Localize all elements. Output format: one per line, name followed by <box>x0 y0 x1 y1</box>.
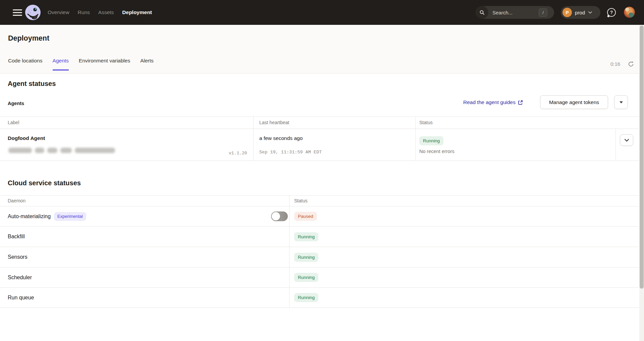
agent-id-redacted <box>8 148 115 153</box>
search-placeholder: Search... <box>492 10 539 15</box>
daemon-name: Auto-materializing <box>8 213 51 220</box>
daemon-name: Scheduler <box>8 275 32 281</box>
agent-row-expand-button[interactable] <box>620 134 633 146</box>
refresh-icon[interactable] <box>628 61 634 67</box>
col-header-daemon: Daemon <box>8 198 25 203</box>
search-input[interactable]: Search... / <box>476 6 554 19</box>
status-badge: Running <box>294 253 318 262</box>
chevron-down-icon <box>588 11 592 14</box>
column-divider <box>615 129 616 160</box>
user-avatar[interactable] <box>624 7 635 18</box>
daemon-row-run-queue: Run queue Running <box>0 288 639 308</box>
agents-subheading: Agents <box>8 101 24 106</box>
refresh-countdown: 0:16 <box>610 61 620 67</box>
daemon-name: Backfill <box>8 234 25 240</box>
daemon-name: Sensors <box>8 254 28 260</box>
toggle-knob <box>272 212 280 221</box>
org-name: prod <box>575 10 585 15</box>
tab-environment-variables[interactable]: Environment variables <box>79 58 130 70</box>
agents-row-border <box>0 160 639 161</box>
tab-agents[interactable]: Agents <box>53 58 69 70</box>
search-icon <box>476 6 488 19</box>
primary-nav: Overview Runs Assets Deployment <box>48 0 152 25</box>
status-badge: Paused <box>294 212 317 221</box>
menu-bar <box>13 9 22 10</box>
nav-item-assets[interactable]: Assets <box>98 9 114 15</box>
agent-status-detail: No recent errors <box>419 149 454 154</box>
deployment-tabs: Code locations Agents Environment variab… <box>8 58 154 70</box>
col-header-status: Status <box>419 120 433 125</box>
status-badge: Running <box>294 293 318 302</box>
agent-guides-link-label: Read the agent guides <box>463 99 516 105</box>
heartbeat-timestamp: Sep 19, 11:31:59 AM EDT <box>259 150 322 155</box>
daemon-row-scheduler: Scheduler Running <box>0 267 639 288</box>
daemon-row-backfill: Backfill Running <box>0 227 639 247</box>
cloud-statuses-heading: Cloud service statuses <box>8 179 81 187</box>
agent-name[interactable]: Dogfood Agent <box>8 135 45 141</box>
external-link-icon <box>518 100 523 105</box>
column-divider <box>415 116 416 160</box>
caret-down-icon <box>620 101 623 103</box>
agent-status-badge: Running <box>419 136 443 145</box>
dagster-logo-icon[interactable] <box>25 5 41 20</box>
menu-bar <box>13 15 22 16</box>
tabs-divider <box>0 73 639 74</box>
page-title: Deployment <box>8 34 49 43</box>
col-header-label: Label <box>8 120 19 125</box>
menu-icon[interactable] <box>13 9 22 16</box>
status-badge: Running <box>294 273 318 282</box>
manage-agent-tokens-button[interactable]: Manage agent tokens <box>540 95 608 109</box>
experimental-badge: Experimental <box>54 212 86 221</box>
chevron-down-icon <box>625 139 629 142</box>
agents-header-border <box>0 129 639 129</box>
top-nav: Overview Runs Assets Deployment Search..… <box>0 0 644 25</box>
agent-actions-dropdown-button[interactable] <box>614 95 628 109</box>
agent-version: v1.1.20 <box>229 151 247 156</box>
tab-alerts[interactable]: Alerts <box>140 58 154 70</box>
daemon-row-sensors: Sensors Running <box>0 247 639 267</box>
menu-bar <box>13 12 22 13</box>
cloud-table-top-border <box>0 195 639 196</box>
col-header-last-heartbeat: Last heartbeat <box>259 120 289 125</box>
nav-item-deployment[interactable]: Deployment <box>122 9 152 15</box>
search-shortcut-key: / <box>539 8 547 17</box>
org-initial-badge: P <box>562 8 572 17</box>
nav-item-overview[interactable]: Overview <box>48 9 69 15</box>
agents-table-top-border <box>0 116 639 117</box>
help-glyph: ? <box>610 10 613 15</box>
scrollbar-thumb[interactable] <box>640 26 644 289</box>
agent-guides-link[interactable]: Read the agent guides <box>463 99 523 105</box>
column-divider <box>253 116 254 160</box>
col-header-status: Status <box>294 198 308 203</box>
daemon-row-auto-materializing: Auto-materializing Experimental Paused <box>0 206 639 227</box>
org-switcher[interactable]: P prod <box>561 6 600 19</box>
agent-statuses-heading: Agent statuses <box>8 80 56 88</box>
auto-materializing-toggle[interactable] <box>271 211 288 221</box>
tab-code-locations[interactable]: Code locations <box>8 58 43 70</box>
nav-item-runs[interactable]: Runs <box>78 9 90 15</box>
status-badge: Running <box>294 232 318 241</box>
heartbeat-relative: a few seconds ago <box>259 135 303 141</box>
daemon-name: Run queue <box>8 295 34 301</box>
help-button[interactable]: ? <box>607 8 616 17</box>
dagster-deployment-page: Overview Runs Assets Deployment Search..… <box>0 0 644 341</box>
